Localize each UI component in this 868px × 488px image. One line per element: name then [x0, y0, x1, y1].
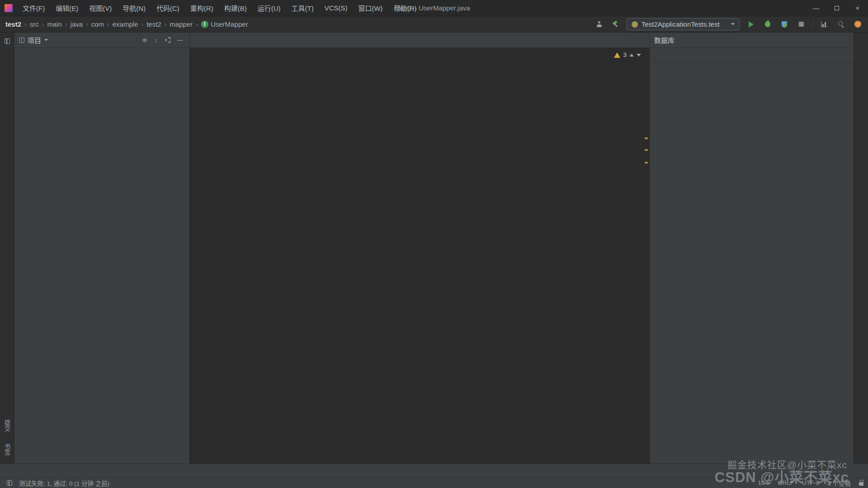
chevron-down-icon[interactable]: [44, 39, 48, 41]
hammer-icon: [612, 21, 619, 28]
toolbar-separator: [812, 20, 813, 28]
interface-icon: I: [201, 21, 208, 28]
coverage-button[interactable]: [779, 19, 789, 29]
project-panel-icon: [19, 38, 24, 43]
menu-item[interactable]: 导航(N): [117, 0, 151, 16]
close-button[interactable]: ×: [847, 0, 868, 16]
menu-item[interactable]: 编辑(E): [50, 0, 84, 16]
database-panel: 数据库: [649, 33, 854, 464]
search-icon: [838, 21, 844, 28]
hammer-button[interactable]: [610, 19, 620, 29]
breadcrumb-item[interactable]: test2: [146, 20, 161, 28]
update-button[interactable]: ↑: [853, 19, 863, 29]
database-panel-title: 数据库: [654, 35, 675, 45]
tool-stripe-item[interactable]: 提交: [0, 416, 14, 436]
database-toolbar: [650, 48, 854, 62]
person-icon: [596, 21, 603, 28]
chart-button[interactable]: [819, 19, 829, 29]
run-toolbar: Test2ApplicationTests.test ↑: [594, 18, 863, 30]
menu-item[interactable]: 构建(B): [219, 0, 252, 16]
breadcrumb-separator-icon: ›: [86, 21, 88, 28]
breadcrumb-item[interactable]: com: [91, 20, 104, 28]
stop-button[interactable]: [796, 19, 806, 29]
scrollbar-warning-mark[interactable]: [645, 162, 648, 164]
right-tool-stripe: [854, 33, 868, 464]
breadcrumb-separator-icon: ›: [42, 21, 44, 28]
stop-icon: [799, 22, 804, 27]
play-button[interactable]: [746, 19, 756, 29]
minimize-button[interactable]: —: [806, 0, 826, 16]
play-icon: [749, 21, 754, 28]
hide-icon: —: [177, 37, 183, 43]
breadcrumb-separator-icon: ›: [24, 21, 27, 28]
breadcrumb-item[interactable]: src: [30, 20, 39, 28]
maximize-button[interactable]: [826, 0, 847, 16]
tool-stripe-item[interactable]: 书签: [0, 439, 14, 459]
breadcrumb-item[interactable]: main: [47, 20, 62, 28]
prev-warning-icon[interactable]: [629, 54, 634, 56]
breadcrumb-item[interactable]: example: [113, 20, 138, 28]
project-settings-button[interactable]: [163, 35, 173, 45]
breadcrumb-separator-icon: ›: [165, 21, 167, 28]
project-stripe-button[interactable]: [2, 36, 12, 46]
menu-item[interactable]: 工具(T): [286, 0, 319, 16]
breadcrumb-item[interactable]: mapper: [170, 20, 193, 28]
database-panel-header: 数据库: [650, 33, 854, 48]
debug-icon: [765, 21, 770, 27]
project-panel: 项目 ⊕↕—: [14, 33, 190, 464]
menu-item[interactable]: 视图(V): [84, 0, 117, 16]
editor-tabs: [190, 33, 649, 48]
project-locate-button[interactable]: ⊕: [140, 35, 150, 45]
project-icon: [5, 38, 10, 44]
scrollbar-warning-mark[interactable]: [645, 137, 648, 139]
breadcrumb-separator-icon: ›: [107, 21, 109, 28]
menu-item[interactable]: 运行(U): [252, 0, 286, 16]
chart-icon: [821, 21, 827, 27]
chevron-down-icon: [731, 23, 735, 25]
warning-count: 3: [623, 52, 627, 58]
project-panel-header: 项目 ⊕↕—: [14, 33, 189, 48]
app-logo-icon: [5, 4, 13, 12]
status-message[interactable]: 测试失败: 1, 通过: 0 (1 分钟 之前): [19, 479, 109, 488]
expand-icon: ↕: [155, 37, 158, 43]
navigation-bar: test2›src›main›java›com›example›test2›ma…: [0, 16, 868, 33]
debug-button[interactable]: [763, 19, 773, 29]
code-editor[interactable]: 3: [190, 48, 649, 464]
breadcrumb-item[interactable]: IUserMapper: [201, 20, 248, 28]
next-warning-icon[interactable]: [637, 54, 641, 56]
menu-item[interactable]: VCS(S): [319, 0, 353, 16]
left-tool-stripe: 提交书签: [0, 33, 14, 464]
readonly-lock-icon[interactable]: [859, 482, 863, 486]
project-panel-title[interactable]: 项目: [28, 35, 41, 45]
person-button[interactable]: [594, 19, 604, 29]
inspections-widget[interactable]: 3: [614, 52, 641, 58]
breadcrumb-separator-icon: ›: [196, 21, 198, 28]
breadcrumb-item[interactable]: java: [71, 20, 83, 28]
menu-bar: 文件(F)编辑(E)视图(V)导航(N)代码(C)重构(R)构建(B)运行(U)…: [17, 0, 422, 16]
settings-icon: [165, 37, 171, 43]
database-tree: [650, 62, 854, 464]
coverage-icon: [782, 21, 787, 28]
run-config-select[interactable]: Test2ApplicationTests.test: [627, 18, 740, 30]
run-config-label: Test2ApplicationTests.test: [642, 20, 720, 28]
breadcrumb-separator-icon: ›: [65, 21, 67, 28]
title-bar: 文件(F)编辑(E)视图(V)导航(N)代码(C)重构(R)构建(B)运行(U)…: [0, 0, 868, 16]
locate-icon: ⊕: [142, 37, 147, 43]
project-tree: [14, 48, 189, 464]
menu-item[interactable]: 重构(R): [185, 0, 219, 16]
search-button[interactable]: [836, 19, 846, 29]
scrollbar-warning-mark[interactable]: [645, 149, 648, 151]
menu-item[interactable]: 窗口(W): [353, 0, 388, 16]
update-icon: ↑: [854, 21, 861, 28]
menu-item[interactable]: 文件(F): [17, 0, 50, 16]
run-config-icon: [632, 21, 638, 28]
editor-area: 3: [190, 33, 649, 464]
tool-window-switcher-button[interactable]: [5, 478, 14, 488]
breadcrumb-item[interactable]: test2: [5, 20, 21, 28]
project-expand-button[interactable]: ↕: [151, 35, 161, 45]
watermark-csdn: CSDN @小菜不菜xc: [715, 466, 849, 486]
project-hide-button[interactable]: —: [175, 35, 185, 45]
menu-item[interactable]: 代码(C): [151, 0, 185, 16]
warning-icon: [614, 52, 620, 58]
maximize-icon: [835, 6, 839, 10]
